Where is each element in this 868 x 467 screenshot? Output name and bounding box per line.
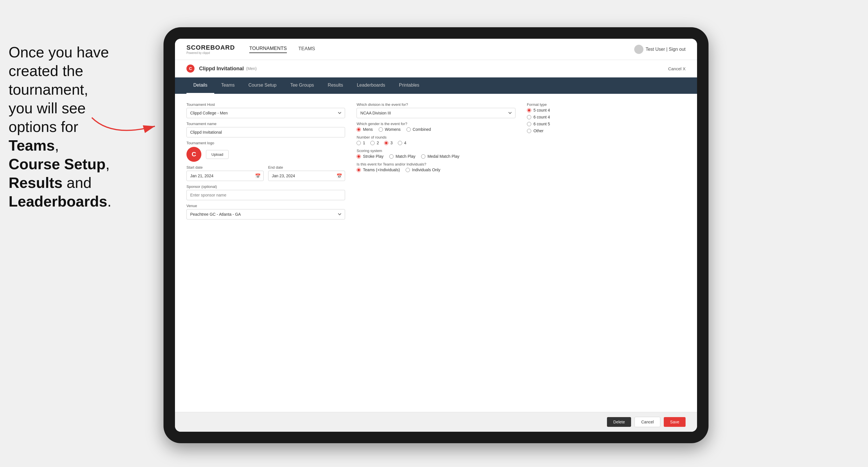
nav-teams[interactable]: TEAMS <box>298 46 315 53</box>
sponsor-group: Sponsor (optional) <box>186 184 345 200</box>
teams-label: Is this event for Teams and/or Individua… <box>356 162 515 166</box>
nav-tournaments[interactable]: TOURNAMENTS <box>249 45 287 53</box>
scoring-group: Scoring system Stroke Play Match Play <box>356 149 515 159</box>
top-nav: SCOREBOARD Powered by clippd TOURNAMENTS… <box>175 39 697 60</box>
individuals-only[interactable]: Individuals Only <box>406 167 440 172</box>
tab-leaderboards[interactable]: Leaderboards <box>350 77 392 94</box>
tournament-host-label: Tournament Host <box>186 102 345 107</box>
scoring-medal[interactable]: Medal Match Play <box>421 154 459 159</box>
sponsor-input[interactable] <box>186 190 345 200</box>
user-area: Test User | Sign out <box>634 45 686 54</box>
gender-combined[interactable]: Combined <box>406 127 431 132</box>
tournament-row: C Clippd Invitational (Men) Cancel X <box>175 60 697 77</box>
individuals-radio[interactable] <box>406 168 410 172</box>
cancel-top-button[interactable]: Cancel X <box>668 66 686 71</box>
tournament-logo-label: Tournament logo <box>186 141 345 145</box>
venue-select[interactable]: Peachtree GC - Atlanta - GA <box>186 209 345 219</box>
user-avatar <box>634 45 643 54</box>
delete-button[interactable]: Delete <box>607 417 631 427</box>
format-5count4[interactable]: 5 count 4 <box>527 108 686 113</box>
tab-teams[interactable]: Teams <box>214 77 242 94</box>
rounds-3-radio[interactable] <box>384 141 389 145</box>
gender-label: Which gender is the event for? <box>356 122 515 126</box>
gender-womens-radio[interactable] <box>379 127 383 132</box>
start-date-icon: 📅 <box>255 173 261 179</box>
nav-links: TOURNAMENTS TEAMS <box>249 45 315 53</box>
format-6count4[interactable]: 6 count 4 <box>527 115 686 119</box>
left-text-block: Once you have created the tournament, yo… <box>0 37 149 217</box>
start-date-input[interactable] <box>186 171 264 181</box>
sponsor-label: Sponsor (optional) <box>186 184 345 189</box>
format-radio-group: 5 count 4 6 count 4 6 count 5 Other <box>527 108 686 133</box>
cancel-button[interactable]: Cancel <box>634 417 660 427</box>
tab-course-setup[interactable]: Course Setup <box>242 77 283 94</box>
rounds-label: Number of rounds <box>356 135 515 139</box>
upload-button[interactable]: Upload <box>206 150 228 159</box>
venue-label: Venue <box>186 204 345 208</box>
save-button[interactable]: Save <box>664 417 686 427</box>
tablet-screen: SCOREBOARD Powered by clippd TOURNAMENTS… <box>175 39 697 432</box>
format-other[interactable]: Other <box>527 128 686 133</box>
tablet-frame: SCOREBOARD Powered by clippd TOURNAMENTS… <box>163 27 709 443</box>
dates-group: Start date 📅 End date 📅 <box>186 165 345 181</box>
nav-left: SCOREBOARD Powered by clippd TOURNAMENTS… <box>186 44 315 55</box>
rounds-2-radio[interactable] <box>370 141 375 145</box>
tournament-host-group: Tournament Host Clippd College - Men <box>186 102 345 118</box>
logo-circle: C <box>186 147 202 162</box>
tab-printables[interactable]: Printables <box>392 77 426 94</box>
end-date-input[interactable] <box>268 171 345 181</box>
tab-results[interactable]: Results <box>321 77 350 94</box>
tournament-icon: C <box>186 65 194 72</box>
rounds-2[interactable]: 2 <box>370 141 379 145</box>
gender-mens[interactable]: Mens <box>356 127 373 132</box>
scoring-stroke-radio[interactable] <box>356 154 361 159</box>
end-date-label: End date <box>268 165 345 169</box>
intro-text: Once you have created the tournament, yo… <box>9 44 111 210</box>
scoring-match[interactable]: Match Play <box>389 154 415 159</box>
division-group: Which division is the event for? NCAA Di… <box>356 102 515 118</box>
scoring-radio-group: Stroke Play Match Play Medal Match Play <box>356 154 515 159</box>
tournament-host-select[interactable]: Clippd College - Men <box>186 108 345 118</box>
gender-combined-radio[interactable] <box>406 127 411 132</box>
tab-details[interactable]: Details <box>186 77 214 94</box>
scoring-medal-radio[interactable] <box>421 154 425 159</box>
teams-radio[interactable] <box>356 168 361 172</box>
tournament-name-group: Tournament name <box>186 122 345 137</box>
logo-area: SCOREBOARD Powered by clippd <box>186 44 235 55</box>
gender-group: Which gender is the event for? Mens Wome… <box>356 122 515 132</box>
gender-womens[interactable]: Womens <box>379 127 401 132</box>
format-other-radio[interactable] <box>527 129 531 133</box>
tab-tee-groups[interactable]: Tee Groups <box>283 77 321 94</box>
form-col3: Format type 5 count 4 6 count 4 6 cou <box>527 102 686 403</box>
division-select[interactable]: NCAA Division III <box>356 108 515 118</box>
tournament-badge: (Men) <box>246 66 257 71</box>
gender-radio-group: Mens Womens Combined <box>356 127 515 132</box>
scoring-label: Scoring system <box>356 149 515 153</box>
teams-plus-individuals[interactable]: Teams (+Individuals) <box>356 167 400 172</box>
rounds-1[interactable]: 1 <box>356 141 365 145</box>
scoring-stroke[interactable]: Stroke Play <box>356 154 383 159</box>
tabs-bar: Details Teams Course Setup Tee Groups Re… <box>175 77 697 94</box>
start-date-group: Start date 📅 <box>186 165 264 181</box>
end-date-wrap: 📅 <box>268 171 345 181</box>
rounds-1-radio[interactable] <box>356 141 361 145</box>
tournament-name: Clippd Invitational <box>199 66 244 72</box>
format-6count5-radio[interactable] <box>527 122 531 126</box>
rounds-4[interactable]: 4 <box>398 141 406 145</box>
gender-mens-radio[interactable] <box>356 127 361 132</box>
teams-group: Is this event for Teams and/or Individua… <box>356 162 515 172</box>
upload-area: C Upload <box>186 147 345 162</box>
start-date-label: Start date <box>186 165 264 169</box>
rounds-4-radio[interactable] <box>398 141 402 145</box>
scoring-match-radio[interactable] <box>389 154 394 159</box>
format-5count4-radio[interactable] <box>527 108 531 113</box>
format-6count5[interactable]: 6 count 5 <box>527 122 686 126</box>
teams-radio-group: Teams (+Individuals) Individuals Only <box>356 167 515 172</box>
logo-subtitle: Powered by clippd <box>186 51 235 55</box>
start-date-wrap: 📅 <box>186 171 264 181</box>
date-row: Start date 📅 End date 📅 <box>186 165 345 181</box>
tournament-name-input[interactable] <box>186 127 345 137</box>
user-text[interactable]: Test User | Sign out <box>646 47 686 52</box>
rounds-3[interactable]: 3 <box>384 141 393 145</box>
format-6count4-radio[interactable] <box>527 115 531 119</box>
